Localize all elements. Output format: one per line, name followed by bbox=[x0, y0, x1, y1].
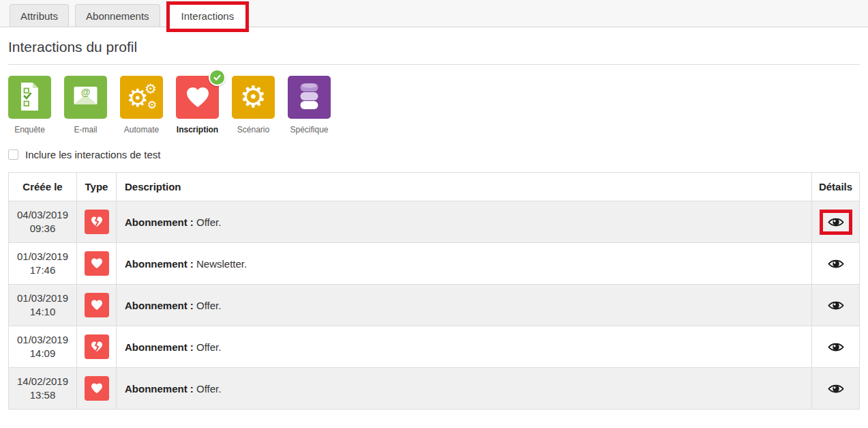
svg-text:⚙: ⚙ bbox=[145, 81, 157, 97]
type-item-scenario[interactable]: ⚙ Scénario bbox=[232, 76, 275, 134]
details-eye-wrap[interactable] bbox=[820, 210, 852, 235]
eye-icon bbox=[828, 216, 844, 228]
type-label: Scénario bbox=[237, 125, 269, 134]
type-label: Inscription bbox=[177, 125, 218, 134]
description-cell: Abonnement : Newsletter. bbox=[117, 243, 812, 285]
details-cell bbox=[812, 243, 860, 285]
svg-text:⚙: ⚙ bbox=[240, 79, 267, 114]
type-cell bbox=[77, 243, 117, 285]
tab-bar: Attributs Abonnements Interactions bbox=[0, 0, 868, 27]
annotation-box-tab: Interactions bbox=[166, 1, 250, 32]
broken-heart-icon bbox=[85, 334, 109, 359]
eye-icon bbox=[828, 341, 844, 353]
type-label: Enquête bbox=[14, 125, 45, 134]
heart-icon bbox=[85, 293, 109, 317]
description-cell: Abonnement : Offer. bbox=[117, 326, 812, 368]
type-cell bbox=[77, 368, 117, 410]
details-cell bbox=[812, 326, 860, 368]
type-item-enquete[interactable]: Enquête bbox=[8, 76, 51, 134]
type-item-email[interactable]: @ E-mail bbox=[64, 76, 107, 134]
heart-icon bbox=[176, 76, 219, 119]
table-row: 01/03/201917:46 Abonnement : Newsletter. bbox=[9, 243, 860, 285]
created-cell: 01/03/201917:46 bbox=[9, 243, 77, 285]
table-row: 04/03/201909:36 Abonnement : Offer. bbox=[9, 201, 860, 243]
table-header-row: Créée le Type Description Détails bbox=[9, 173, 860, 201]
content-area: Interactions du profil Enquête bbox=[0, 39, 868, 410]
type-cell bbox=[77, 285, 117, 326]
check-badge-icon bbox=[209, 69, 226, 86]
svg-text:⚙: ⚙ bbox=[147, 98, 157, 111]
table-row: 01/03/201914:09 Abonnement : Offer. bbox=[9, 326, 860, 368]
details-eye-wrap[interactable] bbox=[820, 334, 852, 360]
description-cell: Abonnement : Offer. bbox=[117, 368, 812, 410]
created-cell: 14/02/201913:58 bbox=[9, 368, 77, 410]
interaction-type-row: Enquête @ E-mail ⚙ ⚙ ⚙ bbox=[8, 76, 860, 134]
page-title: Interactions du profil bbox=[8, 39, 860, 65]
type-cell bbox=[77, 326, 117, 368]
details-cell bbox=[812, 368, 860, 410]
tab-interactions[interactable]: Interactions bbox=[171, 5, 245, 27]
email-icon: @ bbox=[64, 76, 107, 119]
table-row: 01/03/201914:10 Abonnement : Offer. bbox=[9, 285, 860, 326]
heart-icon bbox=[85, 251, 109, 276]
header-details: Détails bbox=[812, 173, 860, 201]
header-description: Description bbox=[117, 173, 812, 201]
heart-icon bbox=[85, 376, 109, 401]
details-cell bbox=[812, 285, 860, 326]
database-icon bbox=[288, 76, 331, 119]
details-eye-wrap[interactable] bbox=[820, 293, 852, 318]
eye-icon bbox=[828, 383, 844, 395]
header-type: Type bbox=[77, 173, 117, 201]
type-item-automate[interactable]: ⚙ ⚙ ⚙ Automate bbox=[120, 76, 163, 134]
details-cell bbox=[812, 201, 860, 243]
include-test-label: Inclure les interactions de test bbox=[25, 149, 160, 160]
profile-interactions-page: Attributs Abonnements Interactions Inter… bbox=[0, 0, 868, 428]
created-cell: 01/03/201914:09 bbox=[9, 326, 77, 368]
header-created: Créée le bbox=[9, 173, 77, 201]
details-eye-wrap[interactable] bbox=[820, 376, 852, 401]
svg-text:@: @ bbox=[81, 87, 91, 98]
type-label: Spécifique bbox=[290, 125, 328, 134]
tab-attributs[interactable]: Attributs bbox=[10, 4, 69, 27]
interactions-table: Créée le Type Description Détails 04/03/… bbox=[8, 172, 860, 410]
type-label: Automate bbox=[124, 125, 159, 134]
description-cell: Abonnement : Offer. bbox=[117, 201, 812, 243]
created-cell: 04/03/201909:36 bbox=[9, 201, 77, 243]
table-row: 14/02/201913:58 Abonnement : Offer. bbox=[9, 368, 860, 410]
survey-icon bbox=[8, 76, 51, 119]
include-test-checkbox[interactable] bbox=[8, 149, 18, 160]
eye-icon bbox=[828, 258, 844, 270]
gear-icon: ⚙ bbox=[232, 76, 275, 119]
broken-heart-icon bbox=[85, 210, 109, 234]
test-filter-row: Inclure les interactions de test bbox=[8, 149, 860, 160]
type-cell bbox=[77, 201, 117, 243]
tab-abonnements[interactable]: Abonnements bbox=[75, 4, 160, 27]
description-cell: Abonnement : Offer. bbox=[117, 285, 812, 326]
gears-icon: ⚙ ⚙ ⚙ bbox=[120, 76, 163, 119]
type-item-inscription[interactable]: Inscription bbox=[176, 76, 219, 134]
details-eye-wrap[interactable] bbox=[820, 251, 852, 276]
type-item-specifique[interactable]: Spécifique bbox=[288, 76, 331, 134]
eye-icon bbox=[828, 300, 844, 311]
type-label: E-mail bbox=[74, 125, 97, 134]
created-cell: 01/03/201914:10 bbox=[9, 285, 77, 326]
